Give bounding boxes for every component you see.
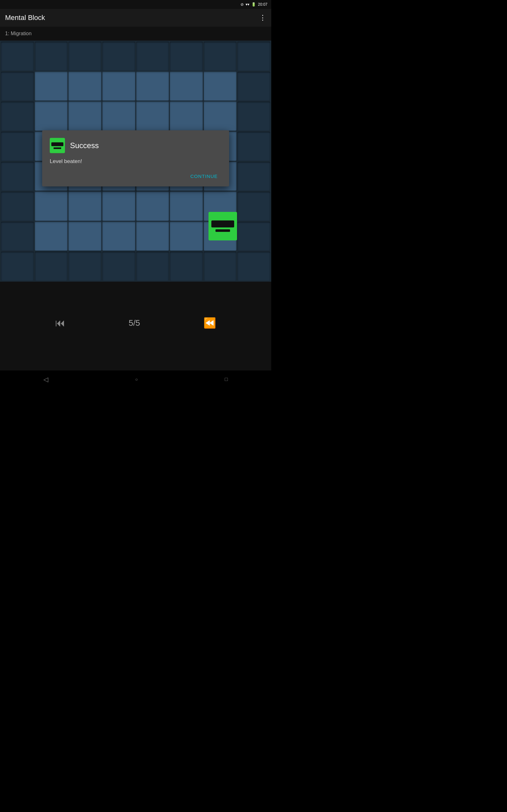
tile [1,252,34,281]
icon-mouth [54,147,61,149]
tile [35,72,68,101]
tile [237,72,270,101]
tile [204,252,237,281]
subtitle-bar: 1: Migration [0,27,271,41]
tile [68,192,101,221]
success-dialog: Success Level beaten! CONTINUE [42,131,229,187]
tile [237,222,270,251]
tile [102,42,135,71]
dialog-title: Success [70,141,99,150]
tile [170,101,203,131]
home-button[interactable]: ○ [135,377,137,382]
tile [136,101,169,131]
tile [170,72,203,101]
tile [68,101,101,131]
tile [35,42,68,71]
more-menu-icon[interactable]: ⋮ [259,14,266,22]
tile [136,192,169,221]
dialog-actions: CONTINUE [50,171,222,182]
recents-button[interactable]: □ [225,376,228,382]
level-counter: 5/5 [129,318,140,328]
app-bar: Mental Block ⋮ [0,9,271,27]
system-nav-bar: ◁ ○ □ [0,370,271,388]
tile [35,222,68,251]
tile [237,252,270,281]
tile [1,192,34,221]
bottom-bar: ⏮ 5/5 ⏪ [0,282,271,370]
icon-glasses [51,142,63,146]
tile [102,252,135,281]
app-title: Mental Block [5,14,45,22]
tile [35,252,68,281]
dialog-message: Level beaten! [50,158,222,165]
tile [237,162,270,191]
dialog-icon [50,138,65,153]
character-face [209,212,237,241]
wifi-icon: ▾▾ [245,2,249,7]
character-glasses [211,220,234,227]
tile [170,42,203,71]
time-display: 20:07 [258,2,268,7]
tile [237,42,270,71]
character-mouth [216,229,230,232]
tile [1,162,34,191]
tile [136,42,169,71]
tile [170,222,203,251]
player-character [209,212,237,241]
nav-controls: ⏮ 5/5 ⏪ [55,317,216,329]
back-button[interactable]: ◁ [43,375,48,383]
tile [170,192,203,221]
status-bar: ⊘ ▾▾ 🔋 20:07 [0,0,271,9]
tile [102,192,135,221]
battery-icon: 🔋 [251,2,256,7]
tile [1,72,34,101]
level-label: 1: Migration [5,31,32,37]
tile [204,42,237,71]
tile [237,101,270,131]
do-not-disturb-icon: ⊘ [240,2,244,7]
tile [1,132,34,161]
tile [102,101,135,131]
dialog-header: Success [50,138,222,153]
tile [1,42,34,71]
status-icons: ⊘ ▾▾ 🔋 20:07 [240,2,268,7]
tile [68,72,101,101]
tile [204,72,237,101]
tile [170,252,203,281]
tile [237,132,270,161]
game-area: Success Level beaten! CONTINUE [0,41,271,282]
tile [1,101,34,131]
tile [35,101,68,131]
tile [102,72,135,101]
tile [136,252,169,281]
tile [136,72,169,101]
continue-button[interactable]: CONTINUE [187,171,222,182]
tile [68,222,101,251]
tile [204,101,237,131]
tile [68,252,101,281]
tile [1,222,34,251]
tile [237,192,270,221]
tile [68,42,101,71]
tile [102,222,135,251]
tile [136,222,169,251]
tile [35,192,68,221]
rewind-button[interactable]: ⏪ [204,317,216,329]
skip-to-start-button[interactable]: ⏮ [55,317,65,329]
